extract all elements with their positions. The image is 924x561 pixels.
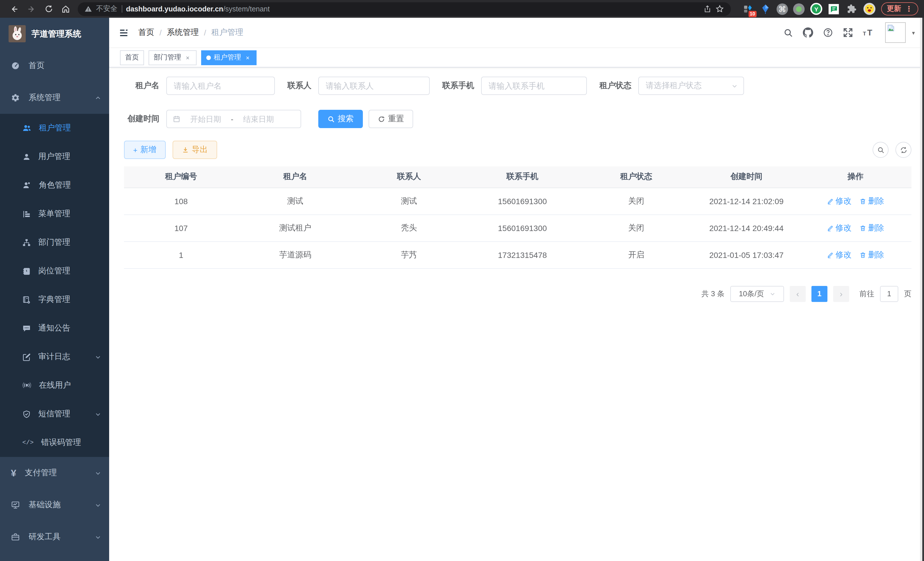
breadcrumb-system[interactable]: 系统管理	[167, 27, 199, 38]
search-icon	[327, 115, 335, 123]
sidebar-item-menu[interactable]: 菜单管理	[0, 200, 109, 228]
start-date-input[interactable]	[184, 115, 227, 123]
col-header-actions: 操作	[800, 166, 912, 188]
sidebar-item-label: 字典管理	[38, 295, 70, 305]
end-date-input[interactable]	[237, 115, 280, 123]
sidebar-item-home[interactable]: 首页	[0, 50, 109, 82]
pagination: 共 3 条 10条/页 ‹ 1 › 前往 页	[124, 286, 911, 302]
bookmark-star-icon[interactable]	[716, 5, 724, 13]
org-chart-icon	[22, 238, 31, 247]
browser-update-button[interactable]: 更新 ⋮	[881, 2, 918, 15]
sidebar-item-notice[interactable]: 通知公告	[0, 314, 109, 343]
delete-link[interactable]: 删除	[860, 250, 884, 260]
search-button[interactable]: 搜索	[318, 110, 363, 128]
tenant-name-input[interactable]	[166, 77, 275, 95]
sidebar-item-label: 在线用户	[39, 380, 71, 391]
url-text[interactable]: dashboard.yudao.iocoder.cn/system/tenant	[126, 5, 270, 13]
breadcrumb-home[interactable]: 首页	[138, 27, 154, 38]
sidebar-item-system[interactable]: 系统管理	[0, 82, 109, 114]
current-page-button[interactable]: 1	[812, 286, 827, 302]
sidebar-item-dict[interactable]: 字典管理	[0, 285, 109, 314]
create-time-label: 创建时间	[124, 114, 159, 124]
sidebar-item-label: 通知公告	[38, 323, 70, 333]
filter-row-1: 租户名 联系人 联系手机 租户状态 请选择租户状态	[124, 77, 911, 95]
security-label[interactable]: 不安全	[96, 4, 117, 14]
close-icon[interactable]: ×	[244, 54, 251, 61]
sidebar-item-user[interactable]: 用户管理	[0, 142, 109, 171]
sidebar-item-sms[interactable]: 短信管理	[0, 400, 109, 428]
reset-button[interactable]: 重置	[369, 110, 413, 128]
extension-blocks-icon[interactable]: 10	[741, 3, 754, 15]
github-icon[interactable]	[803, 27, 813, 38]
sidebar-item-label: 首页	[28, 61, 45, 71]
reload-icon[interactable]	[40, 2, 57, 16]
page-size-select[interactable]: 10条/页	[730, 286, 784, 302]
font-size-icon[interactable]: TT	[863, 27, 875, 38]
badge-icon	[22, 267, 31, 275]
browser-menu-icon[interactable]: ⋮	[905, 5, 913, 13]
table-row: 108 测试 测试 15601691300 关闭 2021-12-14 21:0…	[124, 188, 911, 214]
edit-link[interactable]: 修改	[827, 223, 851, 233]
url-bar[interactable]: 不安全 dashboard.yudao.iocoder.cn/system/te…	[78, 2, 731, 16]
tag-tenant-active[interactable]: 租户管理 ×	[201, 50, 256, 65]
fullscreen-icon[interactable]	[843, 27, 853, 38]
extension-badge: 10	[748, 11, 757, 17]
create-time-range[interactable]: -	[166, 110, 301, 128]
gear-icon	[11, 93, 20, 102]
prev-page-button[interactable]: ‹	[790, 286, 806, 302]
back-icon[interactable]	[6, 2, 23, 16]
goto-page-input[interactable]	[880, 286, 898, 302]
export-button[interactable]: 导出	[172, 141, 217, 159]
sidebar-item-infra[interactable]: 基础设施	[0, 489, 109, 521]
forward-icon[interactable]	[23, 2, 40, 16]
svg-text:T: T	[867, 28, 872, 37]
breadcrumb: 首页 / 系统管理 / 租户管理	[138, 27, 243, 38]
refresh-table-button[interactable]	[896, 142, 911, 158]
extensions-puzzle-icon[interactable]	[845, 3, 858, 15]
extension-recorder-icon[interactable]	[793, 3, 805, 15]
chevron-down-icon	[95, 411, 101, 417]
delete-link[interactable]: 删除	[860, 196, 884, 206]
add-button[interactable]: + 新增	[124, 141, 165, 159]
sidebar-item-dept[interactable]: 部门管理	[0, 228, 109, 257]
sidebar-item-role[interactable]: 角色管理	[0, 171, 109, 200]
app-title: 芋道管理系统	[32, 28, 81, 39]
navbar: 首页 / 系统管理 / 租户管理	[109, 18, 924, 48]
mobile-input[interactable]	[481, 77, 587, 95]
close-icon[interactable]: ×	[184, 54, 191, 61]
share-icon[interactable]	[704, 5, 711, 13]
sidebar-item-errcode[interactable]: </> 错误码管理	[0, 428, 109, 457]
sidebar-item-audit-log[interactable]: 审计日志	[0, 343, 109, 371]
next-page-button[interactable]: ›	[833, 286, 849, 302]
users-icon	[22, 123, 32, 133]
collapse-sidebar-icon[interactable]	[119, 28, 129, 38]
sidebar-item-post[interactable]: 岗位管理	[0, 257, 109, 285]
sidebar-item-online-user[interactable]: 在线用户	[0, 371, 109, 400]
extension-y-icon[interactable]: Y	[810, 3, 822, 15]
sidebar-item-tenant[interactable]: 租户管理	[0, 114, 109, 142]
shield-check-icon	[22, 410, 31, 418]
search-icon[interactable]	[783, 28, 793, 38]
delete-link[interactable]: 删除	[860, 223, 884, 233]
help-icon[interactable]	[823, 27, 833, 38]
sidebar-item-payment[interactable]: ¥ 支付管理	[0, 457, 109, 489]
message-icon	[22, 324, 31, 332]
sidebar-item-devtools[interactable]: 研发工具	[0, 521, 109, 553]
contact-input[interactable]	[318, 77, 430, 95]
logo-row[interactable]: 芋道管理系统	[0, 18, 109, 50]
extension-kite-icon[interactable]	[759, 3, 771, 15]
tag-dept[interactable]: 部门管理 ×	[148, 50, 196, 65]
extension-command-icon[interactable]: ⌘	[777, 3, 788, 15]
chevron-down-icon[interactable]: ▾	[912, 29, 915, 36]
home-icon[interactable]	[57, 2, 74, 16]
edit-link[interactable]: 修改	[827, 196, 851, 206]
status-select[interactable]: 请选择租户状态	[638, 77, 744, 95]
user-avatar[interactable]	[885, 22, 906, 43]
edit-link[interactable]: 修改	[827, 250, 851, 260]
show-search-button[interactable]	[873, 142, 889, 158]
browser-chrome: 不安全 dashboard.yudao.iocoder.cn/system/te…	[0, 0, 924, 18]
tag-home[interactable]: 首页	[120, 50, 144, 65]
extension-chat-icon[interactable]	[827, 3, 840, 15]
profile-avatar-icon[interactable]	[863, 3, 875, 15]
contact-label: 联系人	[287, 81, 311, 91]
